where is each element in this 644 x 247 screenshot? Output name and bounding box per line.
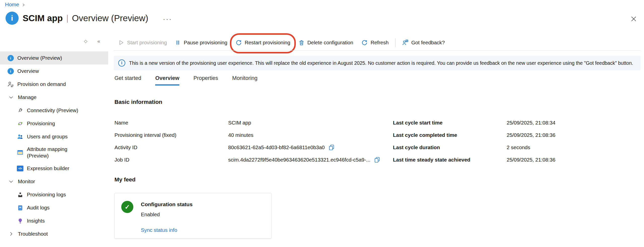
card-title: Configuration status <box>141 201 192 207</box>
sidebar-item-label: Insights <box>27 218 45 224</box>
pause-icon <box>175 40 181 46</box>
info-row-name: Name SCIM app <box>114 116 380 129</box>
sync-status-info-link[interactable]: Sync status info <box>141 227 177 233</box>
person-log-icon <box>17 192 24 198</box>
sidebar-item-label: Expression builder <box>27 165 69 171</box>
info-row-provisioning-interval: Provisioning interval (fixed) 40 minutes <box>114 129 380 141</box>
sidebar-item-label: Attribute mapping (Preview) <box>27 146 89 159</box>
banner-text: This is a new version of the provisionin… <box>129 60 633 66</box>
info-value: 25/09/2025, 21:08:34 <box>507 120 555 126</box>
button-label: Pause provisioning <box>184 40 227 46</box>
collapse-menu-icon[interactable]: « <box>97 38 100 44</box>
button-label: Start provisioning <box>127 40 167 46</box>
configuration-status-card: ✓ Configuration status Enabled Sync stat… <box>114 193 271 238</box>
tab-properties[interactable]: Properties <box>193 75 218 85</box>
lightbulb-icon <box>17 218 24 224</box>
sidebar-item-overview[interactable]: i Overview <box>0 65 108 78</box>
sidebar-item-audit-logs[interactable]: Audit logs <box>0 201 108 214</box>
status-value: Enabled <box>141 211 160 218</box>
sidebar-item-expression-builder[interactable]: </> Expression builder <box>0 162 108 175</box>
sidebar: i Overview (Preview) i Overview Provisio… <box>0 51 108 240</box>
app-name: SCIM app <box>23 13 63 23</box>
breadcrumb: Home <box>5 2 25 8</box>
sidebar-item-attribute-mapping[interactable]: Attribute mapping (Preview) <box>0 143 108 162</box>
info-row-steady-state: Last time steady state achieved 25/09/20… <box>393 153 555 166</box>
info-value: 25/09/2025, 21:08:36 <box>507 132 555 138</box>
info-value: scim.4da2272f9f5e40be963463620e513321.ec… <box>228 157 370 163</box>
sidebar-item-provision-on-demand[interactable]: Provision on demand <box>0 78 108 91</box>
more-options-icon[interactable]: ··· <box>163 13 172 23</box>
info-label: Last cycle duration <box>393 144 507 150</box>
info-value: 25/09/2025, 21:08:36 <box>507 157 555 163</box>
sidebar-item-label: Connectivity (Preview) <box>27 107 78 113</box>
tab-bar: Get started Overview Properties Monitori… <box>114 75 257 85</box>
table-icon <box>17 149 24 156</box>
info-label: Provisioning interval (fixed) <box>114 132 228 138</box>
sidebar-item-label: Overview <box>17 68 39 74</box>
info-row-activity-id: Activity ID 80c63621-62a5-4d03-bf82-6a68… <box>114 141 380 153</box>
users-icon <box>17 133 24 140</box>
sidebar-item-provisioning-logs[interactable]: Provisioning logs <box>0 188 108 201</box>
sidebar-group-troubleshoot[interactable]: Troubleshoot <box>0 227 108 240</box>
copy-icon[interactable] <box>328 144 335 151</box>
pause-provisioning-button[interactable]: Pause provisioning <box>171 36 231 49</box>
play-icon <box>118 39 124 46</box>
book-icon <box>17 205 24 211</box>
info-label: Name <box>114 120 228 126</box>
sidebar-item-overview-preview[interactable]: i Overview (Preview) <box>0 51 108 65</box>
sidebar-item-insights[interactable]: Insights <box>0 214 108 227</box>
delete-configuration-button[interactable]: Delete configuration <box>294 36 357 49</box>
sidebar-item-label: Manage <box>18 94 36 100</box>
close-icon[interactable] <box>629 15 638 23</box>
app-info-badge-icon: i <box>6 12 19 25</box>
command-bar: Start provisioning Pause provisioning Re… <box>114 35 449 50</box>
restart-icon <box>235 39 242 46</box>
basic-information-heading: Basic information <box>114 99 162 105</box>
sync-cycle-icon <box>17 120 24 127</box>
sidebar-item-users-and-groups[interactable]: Users and groups <box>0 130 108 143</box>
tab-overview[interactable]: Overview <box>155 75 179 85</box>
tab-get-started[interactable]: Get started <box>114 75 141 85</box>
restart-provisioning-button[interactable]: Restart provisioning <box>231 36 294 49</box>
copy-icon[interactable] <box>374 157 380 163</box>
chevron-down-icon <box>8 179 15 184</box>
chevron-right-icon <box>8 231 15 237</box>
sidebar-item-provisioning[interactable]: Provisioning <box>0 117 108 130</box>
basic-info-right-column: Last cycle start time 25/09/2025, 21:08:… <box>393 116 555 166</box>
blade-name: Overview (Preview) <box>72 13 148 23</box>
info-row-last-cycle-start: Last cycle start time 25/09/2025, 21:08:… <box>393 116 555 129</box>
info-icon: i <box>7 68 14 74</box>
info-label: Last cycle start time <box>393 120 507 126</box>
sidebar-item-connectivity[interactable]: Connectivity (Preview) <box>0 104 108 117</box>
button-label: Delete configuration <box>307 40 353 46</box>
sidebar-item-label: Provisioning logs <box>27 192 66 198</box>
sidebar-item-label: Overview (Preview) <box>17 55 62 61</box>
info-value: 80c63621-62a5-4d03-bf82-6a6811e0b3a0 <box>228 144 325 150</box>
chevron-right-icon <box>22 3 25 7</box>
sidebar-group-monitor[interactable]: Monitor <box>0 175 108 188</box>
button-label: Refresh <box>371 40 389 46</box>
sidebar-item-label: Users and groups <box>27 134 68 140</box>
start-provisioning-button[interactable]: Start provisioning <box>114 36 171 49</box>
info-value: 2 seconds <box>507 144 530 150</box>
sidebar-item-label: Troubleshoot <box>18 231 48 237</box>
refresh-button[interactable]: Refresh <box>357 36 393 49</box>
resize-diamond-icon[interactable]: ◇ <box>84 39 87 44</box>
sidebar-group-manage[interactable]: Manage <box>0 91 108 104</box>
got-feedback-button[interactable]: Got feedback? <box>398 36 449 49</box>
info-value: SCIM app <box>228 120 251 126</box>
feedback-icon <box>402 39 409 46</box>
code-chip-icon: </> <box>17 166 24 171</box>
sidebar-item-label: Provisioning <box>27 120 55 127</box>
trash-icon <box>298 40 305 46</box>
breadcrumb-home-link[interactable]: Home <box>5 2 19 8</box>
refresh-icon <box>361 39 368 46</box>
tab-monitoring[interactable]: Monitoring <box>232 75 257 85</box>
chevron-down-icon <box>8 95 15 100</box>
toolbar-separator <box>395 38 395 47</box>
provision-on-demand-icon <box>7 81 14 87</box>
my-feed-heading: My feed <box>114 176 136 183</box>
page-title: SCIM app | Overview (Preview) ··· <box>23 13 172 23</box>
toolbar-divider <box>114 50 640 51</box>
info-banner: i This is a new version of the provision… <box>114 56 640 70</box>
